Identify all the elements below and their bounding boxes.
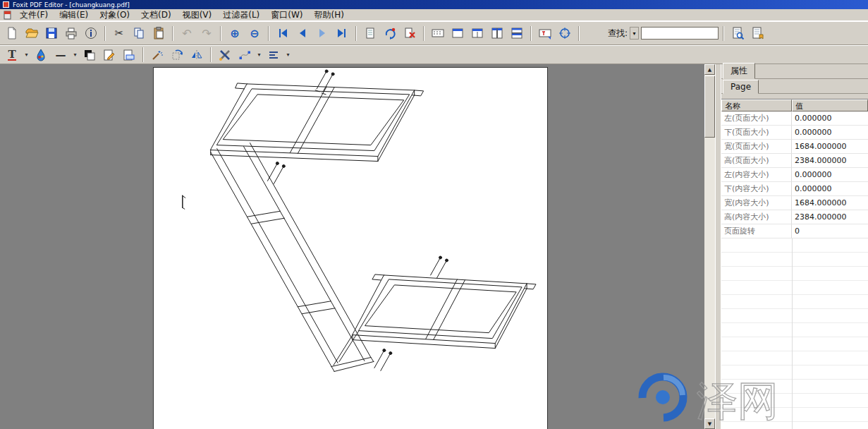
property-value[interactable]: 1684.000000 (792, 196, 868, 210)
menu-file[interactable]: 文件(F) (15, 9, 53, 20)
first-page-button[interactable] (274, 25, 292, 42)
property-value[interactable]: 0.000000 (792, 182, 868, 196)
properties-table-body: 左(页面大小) 0.000000 下(页面大小) 0.000000 宽(页面大小… (721, 111, 868, 429)
last-page-icon (335, 26, 349, 40)
tab-page[interactable]: Page (723, 80, 759, 94)
add-text-field-button[interactable] (536, 25, 554, 42)
color-picker-button[interactable] (32, 46, 50, 64)
node-edit-button[interactable] (236, 46, 254, 64)
magic-wand-icon (150, 48, 164, 62)
delete-page-button[interactable] (401, 25, 419, 42)
target-select-button[interactable] (556, 25, 574, 42)
zoom-in-button[interactable]: ⊕ (226, 25, 244, 42)
property-name: 页面旋转 (721, 224, 792, 238)
magic-wand-button[interactable] (148, 46, 166, 64)
edit-object-button[interactable] (100, 46, 118, 64)
property-value[interactable]: 2384.000000 (792, 210, 868, 224)
paste-button[interactable] (149, 25, 168, 42)
menu-window[interactable]: 窗口(W) (266, 9, 307, 20)
prev-page-button[interactable] (293, 25, 312, 42)
properties-table-empty-area (721, 238, 868, 429)
mirror-object-button[interactable] (188, 46, 206, 64)
search-results-button[interactable] (748, 25, 766, 42)
property-value[interactable]: 0.000000 (792, 126, 868, 140)
insert-page-button[interactable] (381, 25, 399, 42)
align-button[interactable] (264, 46, 283, 64)
keyboard-button[interactable] (429, 25, 447, 42)
menu-object[interactable]: 对象(O) (94, 9, 135, 20)
toolbar-separator (578, 26, 580, 41)
fit-width-button[interactable] (468, 25, 487, 42)
tile-horizontal-button[interactable] (508, 25, 526, 42)
open-button[interactable] (23, 25, 41, 42)
main-toolbar: ✂ ↶ ↷ ⊕ ⊖ (0, 21, 868, 45)
last-page-button[interactable] (333, 25, 351, 42)
scroll-up-button[interactable]: ▲ (704, 64, 715, 75)
fill-style-icon (82, 48, 97, 62)
pdf-page[interactable] (153, 67, 548, 429)
window-title: Foxit PDF Editor - [chuangkuang.pdf] (13, 1, 130, 8)
vertical-scrollbar[interactable]: ▲ ▼ (704, 64, 715, 429)
text-tool-dropdown[interactable]: ▾ (23, 46, 30, 64)
property-name: 左(页面大小) (721, 111, 792, 126)
find-type-dropdown[interactable]: ▾ (630, 27, 639, 40)
property-row: 高(页面大小) 2384.000000 (721, 154, 868, 168)
find-group: 查找: ▾ (608, 27, 719, 40)
menu-filter[interactable]: 过滤器(L) (218, 9, 264, 20)
next-page-button[interactable] (313, 25, 331, 42)
tools-button[interactable] (216, 46, 234, 64)
document-canvas[interactable] (0, 64, 704, 429)
fit-page-button[interactable] (448, 25, 467, 42)
panel-splitter[interactable] (715, 64, 721, 429)
copy-button[interactable] (130, 25, 148, 42)
toolbar-separator (268, 26, 269, 41)
save-floppy-icon (44, 26, 59, 40)
property-value[interactable]: 2384.000000 (792, 154, 868, 168)
property-value[interactable]: 0 (792, 224, 868, 238)
line-style-button[interactable]: — (51, 46, 70, 64)
scrollbar-thumb[interactable] (704, 75, 715, 138)
property-row: 下(页面大小) 0.000000 (721, 126, 868, 140)
property-value[interactable]: 0.000000 (792, 111, 868, 126)
save-button[interactable] (42, 25, 61, 42)
tab-properties[interactable]: 属性 (723, 63, 755, 79)
print-button[interactable] (62, 25, 80, 42)
undo-button[interactable]: ↶ (178, 25, 196, 42)
property-row: 页面旋转 0 (721, 224, 868, 238)
fill-style-button[interactable] (80, 46, 99, 64)
tile-horizontal-icon (510, 26, 524, 40)
properties-table-header: 名称 值 (721, 99, 868, 111)
redo-button[interactable]: ↷ (197, 25, 216, 42)
property-row: 左(内容大小) 0.000000 (721, 168, 868, 182)
align-dropdown[interactable]: ▾ (284, 46, 292, 64)
column-header-value: 值 (792, 99, 868, 111)
menu-view[interactable]: 视图(V) (178, 9, 217, 20)
page-thumbnails-button[interactable] (361, 25, 379, 42)
open-folder-icon (25, 26, 39, 40)
node-edit-dropdown[interactable]: ▾ (255, 46, 263, 64)
property-name: 宽(内容大小) (721, 196, 792, 210)
text-tool-button[interactable]: T (3, 46, 21, 64)
search-document-button[interactable] (728, 25, 747, 42)
redo-icon: ↷ (202, 27, 211, 40)
rotate-object-button[interactable] (168, 46, 186, 64)
property-value[interactable]: 0.000000 (792, 168, 868, 182)
menu-help[interactable]: 帮助(H) (310, 9, 349, 20)
property-value[interactable]: 1684.000000 (792, 140, 868, 154)
cut-button[interactable]: ✂ (110, 25, 128, 42)
property-row: 宽(内容大小) 1684.000000 (721, 196, 868, 210)
property-row: 宽(页面大小) 1684.000000 (721, 140, 868, 154)
line-style-dropdown[interactable]: ▾ (71, 46, 79, 64)
zoom-out-button[interactable]: ⊖ (245, 25, 264, 42)
find-input[interactable] (641, 27, 719, 40)
printer-icon (64, 26, 78, 40)
properties-panel: 属性 Page 名称 值 左(页面大小) 0.000000 下(页面大小) 0.… (721, 64, 868, 429)
menu-document[interactable]: 文档(D) (136, 9, 176, 20)
scroll-down-button[interactable]: ▼ (704, 418, 715, 429)
edit-form-button[interactable] (120, 46, 138, 64)
undo-icon: ↶ (182, 27, 191, 40)
tile-vertical-button[interactable] (488, 25, 506, 42)
document-properties-button[interactable] (82, 25, 100, 42)
new-document-button[interactable] (3, 25, 21, 42)
menu-edit[interactable]: 编辑(E) (54, 9, 93, 20)
